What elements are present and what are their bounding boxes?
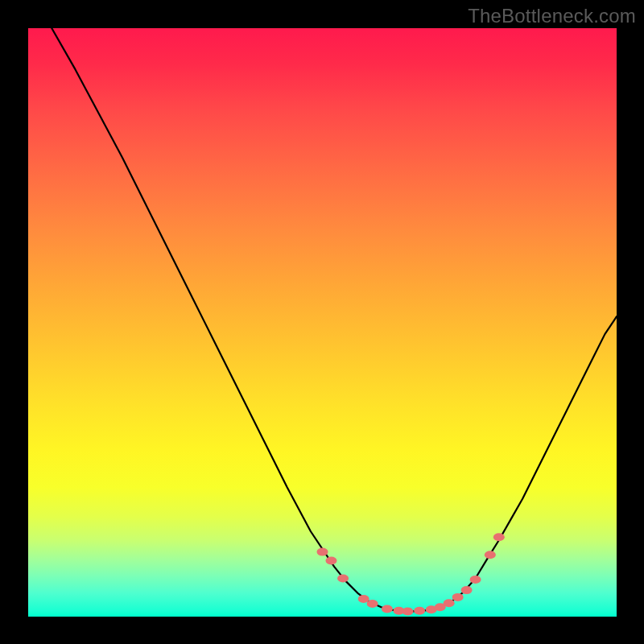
data-marker bbox=[337, 574, 349, 582]
data-marker bbox=[317, 548, 328, 556]
curve-line bbox=[52, 28, 617, 611]
watermark-label: TheBottleneck.com bbox=[468, 5, 636, 27]
data-marker bbox=[461, 586, 473, 594]
data-marker bbox=[485, 551, 496, 559]
chart-frame: TheBottleneck.com bbox=[0, 0, 644, 644]
data-marker bbox=[402, 607, 414, 615]
data-marker bbox=[452, 593, 464, 601]
data-marker bbox=[367, 600, 378, 608]
data-marker bbox=[493, 533, 505, 541]
plot-area bbox=[28, 28, 617, 617]
data-marker bbox=[414, 607, 425, 615]
chart-svg bbox=[28, 28, 617, 617]
data-marker bbox=[325, 557, 336, 565]
data-marker bbox=[470, 576, 481, 584]
data-marker bbox=[444, 599, 455, 607]
data-marker bbox=[382, 605, 393, 613]
